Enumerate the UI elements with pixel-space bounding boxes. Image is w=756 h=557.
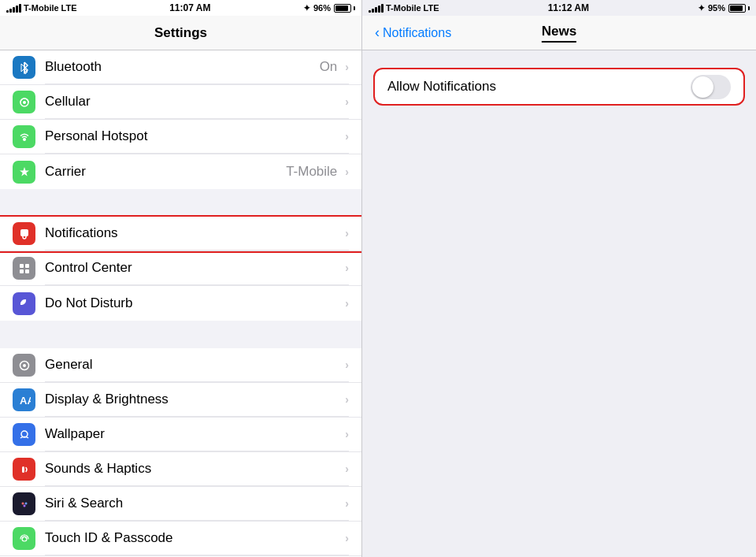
right-status-bar-right: ✦ 95% <box>698 3 750 13</box>
row-carrier[interactable]: Carrier T-Mobile › <box>0 154 361 189</box>
svg-point-1 <box>23 101 26 104</box>
siri-chevron: › <box>345 497 349 510</box>
row-general[interactable]: General › <box>0 348 361 383</box>
general-row-content: General › <box>45 348 349 382</box>
network-label: LTE <box>61 3 77 13</box>
siri-label: Siri & Search <box>45 496 123 511</box>
display-chevron: › <box>345 393 349 406</box>
svg-rect-7 <box>25 269 29 273</box>
display-label: Display & Brightness <box>45 392 169 407</box>
siri-row-content: Siri & Search › <box>45 487 349 521</box>
carrier-label-row: Carrier <box>45 164 86 180</box>
right-battery-icon <box>728 4 750 13</box>
right-nav-title: News <box>542 24 576 43</box>
left-panel: T-Mobile LTE 11:07 AM ✦ 96% Settings <box>0 0 362 557</box>
back-chevron-icon: ‹ <box>375 24 380 41</box>
siri-icon <box>13 492 35 515</box>
donotdisturb-label: Do Not Disturb <box>45 295 132 311</box>
allow-notifications-toggle[interactable] <box>691 75 731 99</box>
back-button[interactable]: ‹ Notifications <box>375 24 451 41</box>
donotdisturb-icon <box>13 292 35 315</box>
hotspot-label: Personal Hotspot <box>45 128 147 144</box>
cellular-icon <box>13 91 35 113</box>
row-display[interactable]: AA Display & Brightness › <box>0 383 361 418</box>
right-nav-bar: ‹ Notifications News <box>362 16 756 50</box>
donotdisturb-chevron: › <box>345 297 349 310</box>
right-carrier-label: T-Mobile <box>386 3 421 13</box>
svg-point-15 <box>24 502 27 504</box>
left-status-bar-left: T-Mobile LTE <box>6 3 77 13</box>
svg-rect-3 <box>20 229 28 236</box>
back-label: Notifications <box>383 26 451 40</box>
display-row-content: Display & Brightness › <box>45 383 349 417</box>
bluetooth-row-content: Bluetooth On › <box>45 50 349 84</box>
controlcenter-label: Control Center <box>45 260 132 276</box>
row-controlcenter[interactable]: Control Center › <box>0 251 361 286</box>
carrier-icon <box>13 161 35 184</box>
notifications-icon <box>13 222 35 245</box>
carrier-value: T-Mobile <box>286 164 337 180</box>
right-content: Allow Notifications <box>362 50 756 557</box>
signal-icon <box>6 4 21 13</box>
left-nav-bar: Settings <box>0 16 361 50</box>
display-icon: AA <box>13 388 35 411</box>
general-label: General <box>45 357 92 373</box>
bluetooth-icon <box>13 56 35 79</box>
donotdisturb-row-content: Do Not Disturb › <box>45 286 349 321</box>
carrier-label: T-Mobile <box>24 3 59 13</box>
svg-rect-4 <box>20 264 24 268</box>
left-nav-title: Settings <box>154 25 207 41</box>
wallpaper-label: Wallpaper <box>45 426 105 442</box>
notifications-row-content: Notifications › <box>45 217 349 251</box>
svg-point-14 <box>21 502 24 504</box>
carrier-chevron: › <box>345 165 349 178</box>
battery-icon <box>334 4 355 13</box>
left-status-bar-right: ✦ 96% <box>303 3 355 13</box>
row-donotdisturb[interactable]: Do Not Disturb › <box>0 286 361 321</box>
controlcenter-chevron: › <box>345 262 349 274</box>
section-gap-2 <box>0 321 361 348</box>
battery-percent: 96% <box>313 3 331 13</box>
carrier-row-content: Carrier T-Mobile › <box>45 154 349 189</box>
general-chevron: › <box>345 358 349 371</box>
settings-list: Bluetooth On › Cellular › <box>0 50 361 557</box>
controlcenter-row-content: Control Center › <box>45 251 349 285</box>
row-notifications[interactable]: Notifications › <box>0 217 361 251</box>
svg-rect-6 <box>20 269 24 273</box>
svg-point-16 <box>23 504 25 507</box>
row-sounds[interactable]: Sounds & Haptics › <box>0 452 361 487</box>
left-status-bar: T-Mobile LTE 11:07 AM ✦ 96% <box>0 0 361 16</box>
right-panel: T-Mobile LTE 11:12 AM ✦ 95% ‹ Notificati… <box>362 0 756 557</box>
bluetooth-label: Bluetooth <box>45 59 102 75</box>
allow-notifications-label: Allow Notifications <box>387 79 496 95</box>
right-time: 11:12 AM <box>548 2 589 13</box>
wallpaper-row-content: Wallpaper › <box>45 418 349 451</box>
right-status-bar-left: T-Mobile LTE <box>369 3 439 13</box>
svg-rect-12 <box>22 466 24 473</box>
row-siri[interactable]: Siri & Search › <box>0 487 361 522</box>
allow-notifications-card: Allow Notifications <box>375 69 743 104</box>
row-bluetooth[interactable]: Bluetooth On › <box>0 50 361 85</box>
section-preferences: General › AA Display & Brightness › Wal <box>0 348 361 557</box>
row-touchid[interactable]: Touch ID & Passcode › <box>0 522 361 556</box>
hotspot-icon <box>13 125 35 148</box>
row-cellular[interactable]: Cellular › <box>0 85 361 120</box>
row-hotspot[interactable]: Personal Hotspot › <box>0 120 361 154</box>
section-system: Notifications › Control Center › Do No <box>0 217 361 321</box>
toggle-knob <box>692 76 713 98</box>
hotspot-chevron: › <box>345 130 349 143</box>
touchid-chevron: › <box>345 532 349 544</box>
right-network-label: LTE <box>424 3 439 13</box>
bluetooth-status-icon: ✦ <box>303 3 310 13</box>
notifications-label: Notifications <box>45 225 118 241</box>
cellular-label: Cellular <box>45 94 91 110</box>
bluetooth-chevron: › <box>345 61 349 73</box>
left-time: 11:07 AM <box>169 2 210 13</box>
row-wallpaper[interactable]: Wallpaper › <box>0 418 361 452</box>
general-icon <box>13 354 35 377</box>
sounds-label: Sounds & Haptics <box>45 461 151 477</box>
wallpaper-chevron: › <box>345 428 349 440</box>
notifications-chevron: › <box>345 227 349 240</box>
right-bluetooth-icon: ✦ <box>698 3 705 13</box>
sounds-row-content: Sounds & Haptics › <box>45 452 349 486</box>
